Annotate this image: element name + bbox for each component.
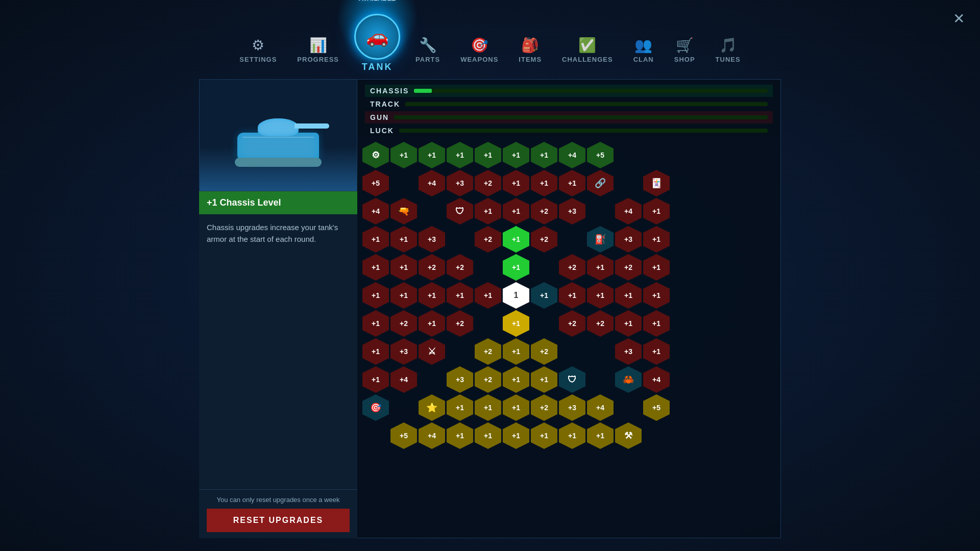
hex-cell-5-7[interactable]: +1 xyxy=(559,282,585,309)
hex-cell-4-7[interactable]: +2 xyxy=(559,254,585,281)
hex-cell-0-1[interactable]: +1 xyxy=(390,142,417,168)
hex-cell-9-3[interactable]: +1 xyxy=(447,394,473,421)
nav-progress[interactable]: 📊 PROGRESS xyxy=(287,33,349,67)
hex-cell-8-0[interactable]: +1 xyxy=(362,366,389,393)
hex-cell-1-6[interactable]: +1 xyxy=(531,170,557,196)
hex-cell-10-7[interactable]: +1 xyxy=(559,422,585,449)
hex-cell-10-3[interactable]: +1 xyxy=(447,422,473,449)
hex-cell-7-9[interactable]: +3 xyxy=(615,338,642,365)
hex-cell-6-8[interactable]: +2 xyxy=(587,310,614,337)
hex-cell-8-1[interactable]: +4 xyxy=(390,366,417,393)
hex-cell-6-2[interactable]: +1 xyxy=(419,310,445,337)
hex-cell-10-2[interactable]: +4 xyxy=(419,422,445,449)
hex-cell-1-0[interactable]: +5 xyxy=(362,170,389,196)
hex-cell-5-0[interactable]: +1 xyxy=(362,282,389,309)
hex-cell-9-8[interactable]: +4 xyxy=(587,394,614,421)
hex-cell-2-0[interactable]: +4 xyxy=(362,198,389,224)
hex-cell-3-2[interactable]: +3 xyxy=(419,226,445,253)
hex-cell-3-9[interactable]: +3 xyxy=(615,226,642,253)
hex-cell-1-8[interactable]: 🔗 xyxy=(587,170,614,196)
hex-cell-1-4[interactable]: +2 xyxy=(475,170,501,196)
nav-tank[interactable]: 1 UPGRADES AVAILABLE 🚗 TANK xyxy=(354,0,400,72)
nav-settings[interactable]: ⚙ SETTINGS xyxy=(229,33,287,67)
hex-cell-3-5[interactable]: +1 xyxy=(503,226,529,253)
hex-cell-3-0[interactable]: +1 xyxy=(362,226,389,253)
hex-cell-5-8[interactable]: +1 xyxy=(587,282,614,309)
hex-cell-1-5[interactable]: +1 xyxy=(503,170,529,196)
hex-cell-5-10[interactable]: +1 xyxy=(643,282,670,309)
hex-cell-10-6[interactable]: +1 xyxy=(531,422,557,449)
hex-cell-5-4[interactable]: +1 xyxy=(475,282,501,309)
hex-cell-4-9[interactable]: +2 xyxy=(615,254,642,281)
hex-current-position[interactable]: 1 xyxy=(503,282,529,309)
hex-cell-8-10[interactable]: +4 xyxy=(643,366,670,393)
hex-cell-4-0[interactable]: +1 xyxy=(362,254,389,281)
hex-cell-5-2[interactable]: +1 xyxy=(419,282,445,309)
hex-cell-3-4[interactable]: +2 xyxy=(475,226,501,253)
hex-cell-1-2[interactable]: +4 xyxy=(419,170,445,196)
hex-cell-2-9[interactable]: +4 xyxy=(615,198,642,224)
hex-cell-8-4[interactable]: +2 xyxy=(475,366,501,393)
nav-items[interactable]: 🎒 ITEMS xyxy=(508,33,552,67)
hex-cell-0-8[interactable]: +5 xyxy=(587,142,614,168)
hex-cell-9-0[interactable]: 🎯 xyxy=(362,394,389,421)
tab-chassis[interactable]: CHASSIS xyxy=(365,85,773,97)
hex-cell-5-9[interactable]: +1 xyxy=(615,282,642,309)
hex-cell-4-3[interactable]: +2 xyxy=(447,254,473,281)
hex-cell-3-10[interactable]: +1 xyxy=(643,226,670,253)
hex-cell-0-7[interactable]: +4 xyxy=(559,142,585,168)
hex-cell-7-2[interactable]: ⚔ xyxy=(419,338,445,365)
hex-cell-4-10[interactable]: +1 xyxy=(643,254,670,281)
hex-cell-7-4[interactable]: +2 xyxy=(475,338,501,365)
hex-cell-6-3[interactable]: +2 xyxy=(447,310,473,337)
hex-cell-3-8[interactable]: ⛽ xyxy=(587,226,614,253)
hex-cell-10-4[interactable]: +1 xyxy=(475,422,501,449)
hex-cell-4-8[interactable]: +1 xyxy=(587,254,614,281)
hex-cell-0-4[interactable]: +1 xyxy=(475,142,501,168)
hex-cell-9-5[interactable]: +1 xyxy=(503,394,529,421)
hex-cell-5-3[interactable]: +1 xyxy=(447,282,473,309)
hex-cell-0-6[interactable]: +1 xyxy=(531,142,557,168)
hex-cell-8-7[interactable]: 🛡 xyxy=(559,366,585,393)
hex-cell-9-7[interactable]: +3 xyxy=(559,394,585,421)
hex-cell-2-1[interactable]: 🔫 xyxy=(390,198,417,224)
hex-cell-8-9[interactable]: 🦀 xyxy=(615,366,642,393)
nav-tunes[interactable]: 🎵 TUNES xyxy=(705,33,751,67)
hex-cell-0-2[interactable]: +1 xyxy=(419,142,445,168)
hex-cell-2-5[interactable]: +1 xyxy=(503,198,529,224)
nav-clan[interactable]: 👥 CLAN xyxy=(623,33,664,67)
tab-gun[interactable]: GUN xyxy=(365,111,773,123)
tab-track[interactable]: TRACK xyxy=(365,98,773,110)
hex-cell-2-4[interactable]: +1 xyxy=(475,198,501,224)
hex-cell-0-3[interactable]: +1 xyxy=(447,142,473,168)
hex-cell-8-6[interactable]: +1 xyxy=(531,366,557,393)
hex-cell-9-10[interactable]: +5 xyxy=(643,394,670,421)
hex-cell-10-1[interactable]: +5 xyxy=(390,422,417,449)
hex-cell-6-0[interactable]: +1 xyxy=(362,310,389,337)
hex-cell-0-5[interactable]: +1 xyxy=(503,142,529,168)
hex-cell-10-8[interactable]: +1 xyxy=(587,422,614,449)
hex-cell-1-7[interactable]: +1 xyxy=(559,170,585,196)
hex-cell-4-2[interactable]: +2 xyxy=(419,254,445,281)
hex-cell-0-0[interactable]: ⚙ xyxy=(362,142,389,168)
hex-cell-9-4[interactable]: +1 xyxy=(475,394,501,421)
nav-weapons[interactable]: 🎯 WEAPONS xyxy=(450,33,508,67)
hex-cell-7-0[interactable]: +1 xyxy=(362,338,389,365)
hex-cell-10-9[interactable]: ⚒ xyxy=(615,422,642,449)
nav-challenges[interactable]: ✅ CHALLENGES xyxy=(552,33,623,67)
hex-cell-5-6[interactable]: +1 xyxy=(531,282,557,309)
hex-cell-3-6[interactable]: +2 xyxy=(531,226,557,253)
hex-cell-3-1[interactable]: +1 xyxy=(390,226,417,253)
hex-cell-1-10[interactable]: 🃏 xyxy=(643,170,670,196)
hex-cell-4-1[interactable]: +1 xyxy=(390,254,417,281)
hex-cell-8-3[interactable]: +3 xyxy=(447,366,473,393)
hex-cell-8-5[interactable]: +1 xyxy=(503,366,529,393)
hex-cell-7-1[interactable]: +3 xyxy=(390,338,417,365)
nav-parts[interactable]: 🔧 PARTS xyxy=(405,33,450,67)
hex-cell-2-3[interactable]: 🛡 xyxy=(447,198,473,224)
hex-cell-2-10[interactable]: +1 xyxy=(643,198,670,224)
hex-cell-2-6[interactable]: +2 xyxy=(531,198,557,224)
hex-cell-9-2[interactable]: ⭐ xyxy=(419,394,445,421)
close-button[interactable]: ✕ xyxy=(953,10,965,27)
hex-cell-6-7[interactable]: +2 xyxy=(559,310,585,337)
